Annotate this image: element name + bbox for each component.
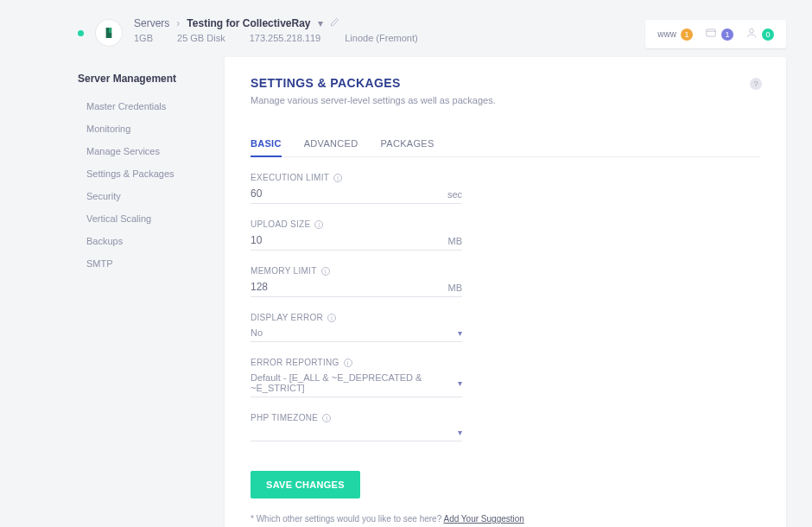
- tab-packages[interactable]: PACKAGES: [380, 131, 434, 157]
- www-badge: 1: [681, 29, 693, 41]
- sidebar-heading: Server Management: [78, 73, 199, 85]
- display-error-label: DISPLAY ERROR: [251, 313, 323, 322]
- upload-size-label: UPLOAD SIZE: [251, 219, 310, 229]
- breadcrumb-dropdown[interactable]: ▾: [318, 17, 323, 29]
- info-icon[interactable]: i: [314, 220, 323, 229]
- edit-icon[interactable]: [330, 17, 339, 29]
- server-ip: 173.255.218.119: [250, 33, 321, 43]
- memory-limit-unit: MB: [448, 283, 463, 293]
- execution-limit-label: EXECUTION LIMIT: [251, 173, 329, 182]
- panel-subtitle: Manage various server-level settings as …: [251, 95, 760, 105]
- chevron-down-icon: ▾: [458, 428, 462, 437]
- user-action[interactable]: 0: [745, 27, 774, 41]
- error-reporting-select[interactable]: Default - [E_ALL & ~E_DEPRECATED & ~E_ST…: [251, 367, 462, 397]
- info-icon[interactable]: i: [321, 267, 330, 276]
- www-label: www: [657, 29, 676, 39]
- breadcrumb-current: Testing for CollectiveRay: [187, 17, 310, 29]
- sidebar-item-manage-services[interactable]: Manage Services: [78, 140, 199, 162]
- user-icon: [745, 27, 758, 41]
- execution-limit-unit: sec: [447, 189, 462, 200]
- www-action[interactable]: www 1: [657, 29, 693, 41]
- top-action-bar: www 1 1 0: [645, 20, 786, 48]
- tab-basic[interactable]: BASIC: [251, 131, 282, 157]
- chevron-down-icon: ▾: [458, 328, 462, 338]
- display-error-value: No: [251, 327, 263, 338]
- info-icon[interactable]: i: [322, 414, 331, 422]
- save-button[interactable]: SAVE CHANGES: [251, 471, 360, 498]
- memory-limit-input[interactable]: [251, 281, 441, 293]
- server-provider: Linode (Fremont): [345, 33, 417, 43]
- info-icon[interactable]: i: [333, 174, 342, 182]
- chevron-right-icon: ›: [176, 17, 180, 29]
- server-disk: 25 GB Disk: [177, 33, 225, 43]
- upload-size-unit: MB: [448, 236, 463, 246]
- footnote: * Which other settings would you like to…: [251, 514, 760, 524]
- chevron-down-icon: ▾: [458, 378, 462, 388]
- php-timezone-select[interactable]: ▾: [251, 422, 462, 441]
- error-reporting-label: ERROR REPORTING: [251, 358, 339, 367]
- display-error-select[interactable]: No ▾: [251, 322, 462, 342]
- sidebar-item-backups[interactable]: Backups: [78, 230, 199, 252]
- info-icon[interactable]: i: [344, 359, 352, 367]
- server-meta: 1GB 25 GB Disk 173.255.218.119 Linode (F…: [134, 33, 418, 43]
- php-timezone-label: PHP TIMEZONE: [251, 413, 318, 422]
- sidebar: Server Management Master Credentials Mon…: [78, 57, 199, 527]
- sidebar-item-smtp[interactable]: SMTP: [78, 252, 199, 275]
- server-status-dot: [78, 30, 84, 36]
- tab-advanced[interactable]: ADVANCED: [304, 131, 358, 157]
- inbox-badge: 1: [721, 29, 733, 41]
- inbox-action[interactable]: 1: [705, 27, 733, 41]
- inbox-icon: [705, 27, 717, 41]
- help-icon[interactable]: ?: [750, 78, 762, 90]
- sidebar-item-security[interactable]: Security: [78, 185, 199, 207]
- add-suggestion-link[interactable]: Add Your Suggestion: [443, 514, 523, 524]
- sidebar-item-monitoring[interactable]: Monitoring: [78, 117, 199, 140]
- settings-tabs: BASIC ADVANCED PACKAGES: [251, 131, 760, 157]
- breadcrumb: Servers › Testing for CollectiveRay ▾: [134, 17, 418, 29]
- settings-card: ? SETTINGS & PACKAGES Manage various ser…: [225, 57, 786, 527]
- upload-size-input[interactable]: [251, 234, 441, 246]
- execution-limit-input[interactable]: [251, 187, 441, 200]
- info-icon[interactable]: i: [327, 314, 336, 322]
- breadcrumb-servers-link[interactable]: Servers: [134, 17, 169, 29]
- sidebar-item-master-credentials[interactable]: Master Credentials: [78, 95, 199, 117]
- footnote-text: * Which other settings would you like to…: [251, 514, 443, 524]
- svg-point-1: [750, 29, 754, 33]
- memory-limit-label: MEMORY LIMIT: [251, 266, 317, 276]
- sidebar-item-vertical-scaling[interactable]: Vertical Scaling: [78, 207, 199, 230]
- server-avatar[interactable]: [96, 20, 122, 46]
- server-ram: 1GB: [134, 33, 153, 43]
- svg-rect-0: [707, 29, 716, 36]
- sidebar-item-settings-packages[interactable]: Settings & Packages: [78, 162, 199, 185]
- user-badge: 0: [762, 29, 774, 41]
- server-logo-icon: [102, 26, 116, 40]
- error-reporting-value: Default - [E_ALL & ~E_DEPRECATED & ~E_ST…: [251, 372, 458, 393]
- panel-title: SETTINGS & PACKAGES: [251, 76, 760, 90]
